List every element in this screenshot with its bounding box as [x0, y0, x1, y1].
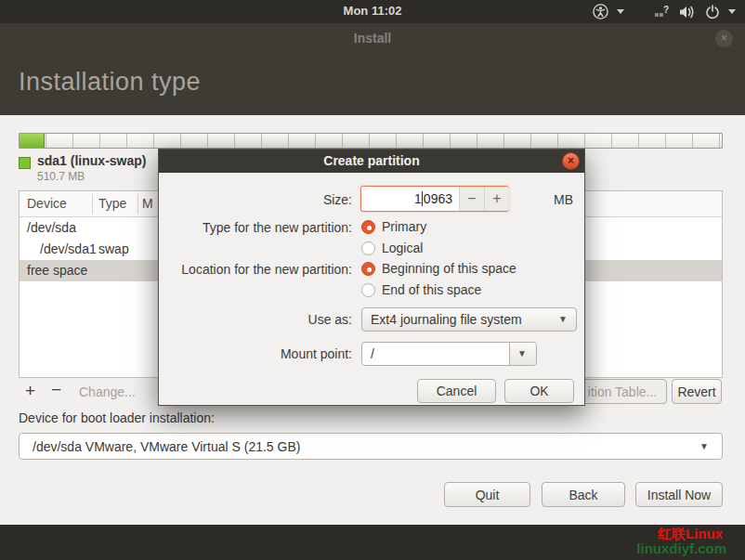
window-close-icon[interactable]: ×	[715, 30, 733, 47]
top-bar: Mon 11:02 ?	[0, 0, 745, 23]
quit-button[interactable]: Quit	[444, 482, 530, 507]
column-separator	[92, 194, 93, 214]
use-as-select[interactable]: Ext4 journaling file system ▼	[361, 307, 577, 332]
dialog-title-bar[interactable]: Create partition ×	[159, 150, 584, 173]
type-label: Type for the new partition:	[159, 220, 352, 235]
system-tray: ?	[593, 0, 736, 23]
column-header-type[interactable]: Type	[98, 196, 126, 211]
ok-button[interactable]: OK	[504, 379, 574, 403]
legend-label: sda1 (linux-swap)	[37, 153, 146, 168]
radio-label: Logical	[382, 241, 423, 255]
back-button[interactable]: Back	[542, 482, 625, 507]
legend-size: 510.7 MB	[37, 170, 85, 183]
accessibility-caret-icon[interactable]	[617, 9, 624, 14]
boot-loader-label: Device for boot loader installation:	[19, 410, 215, 425]
create-partition-dialog: Create partition × Size: 1 0963 − + MB T…	[158, 149, 585, 406]
radio-icon[interactable]	[361, 283, 375, 297]
column-header-device[interactable]: Device	[27, 196, 67, 211]
page-title: Installation type	[19, 68, 201, 97]
size-value: 1	[414, 191, 422, 206]
volume-icon[interactable]	[679, 5, 697, 20]
size-value: 0963	[424, 191, 452, 206]
radio-option-end[interactable]: End of this space	[361, 282, 481, 297]
size-spinner: 1 0963 − +	[360, 186, 509, 212]
accessibility-icon[interactable]	[593, 4, 608, 20]
column-separator	[137, 194, 138, 214]
dialog-close-icon[interactable]: ×	[562, 152, 580, 170]
window-header: Install × Installation type	[0, 23, 745, 115]
size-input[interactable]: 1 0963	[361, 187, 459, 211]
radio-icon[interactable]	[361, 241, 375, 255]
radio-icon[interactable]	[361, 262, 375, 276]
radio-option-primary[interactable]: Primary	[361, 219, 426, 234]
boot-loader-select[interactable]: /dev/sda VMware, VMware Virtual S (21.5 …	[19, 433, 723, 460]
mount-point-combobox[interactable]: / ▼	[361, 342, 537, 366]
radio-label: Primary	[382, 219, 426, 234]
svg-text:?: ?	[663, 5, 669, 15]
watermark-line2: linuxdiyf.com	[636, 540, 726, 556]
column-header-mount[interactable]: M	[142, 196, 153, 211]
new-partition-table-button[interactable]: ition Table...	[578, 379, 667, 404]
add-partition-button[interactable]: +	[25, 381, 35, 401]
use-as-value: Ext4 journaling file system	[371, 312, 522, 327]
partition-bar-ticks	[20, 134, 722, 148]
radio-label: Beginning of this space	[382, 261, 516, 276]
dialog-title: Create partition	[159, 153, 584, 168]
boot-loader-value: /dev/sda VMware, VMware Virtual S (21.5 …	[33, 439, 300, 454]
partition-segment-swap	[20, 134, 45, 148]
radio-option-logical[interactable]: Logical	[361, 241, 423, 255]
mount-point-label: Mount point:	[159, 346, 352, 361]
location-label: Location for the new partition:	[159, 262, 352, 277]
radio-icon[interactable]	[361, 220, 375, 234]
mount-point-value: /	[371, 346, 374, 361]
install-now-button[interactable]: Install Now	[635, 482, 723, 507]
size-unit-label: MB	[554, 192, 573, 207]
change-partition-button[interactable]: Change...	[79, 384, 136, 399]
size-label: Size:	[159, 192, 352, 207]
cancel-button[interactable]: Cancel	[417, 379, 496, 403]
chevron-down-icon: ▼	[517, 348, 527, 358]
screen: Mon 11:02 ? Install × Installation type	[0, 0, 745, 560]
chevron-down-icon: ▼	[699, 441, 709, 451]
remove-partition-button[interactable]: −	[51, 380, 61, 400]
cell-device: /dev/sda1	[40, 241, 97, 256]
partition-bar	[19, 133, 723, 149]
window-title: Install	[0, 31, 745, 46]
power-caret-icon[interactable]	[728, 9, 736, 14]
legend-color-swatch	[19, 157, 31, 169]
revert-button[interactable]: Revert	[672, 379, 722, 404]
bottom-strip: 红联Linux linuxdiyf.com	[0, 525, 745, 560]
chevron-down-icon: ▼	[558, 314, 568, 324]
network-status-icon[interactable]: ?	[654, 5, 671, 19]
size-decrement-button[interactable]: −	[459, 187, 484, 211]
size-increment-button[interactable]: +	[484, 187, 509, 211]
use-as-label: Use as:	[159, 312, 352, 327]
cell-device: /dev/sda	[27, 220, 76, 235]
cell-type: swap	[98, 241, 129, 256]
radio-label: End of this space	[382, 282, 481, 297]
power-icon[interactable]	[705, 5, 720, 20]
cell-device: free space	[27, 263, 87, 278]
radio-option-beginning[interactable]: Beginning of this space	[361, 261, 516, 276]
